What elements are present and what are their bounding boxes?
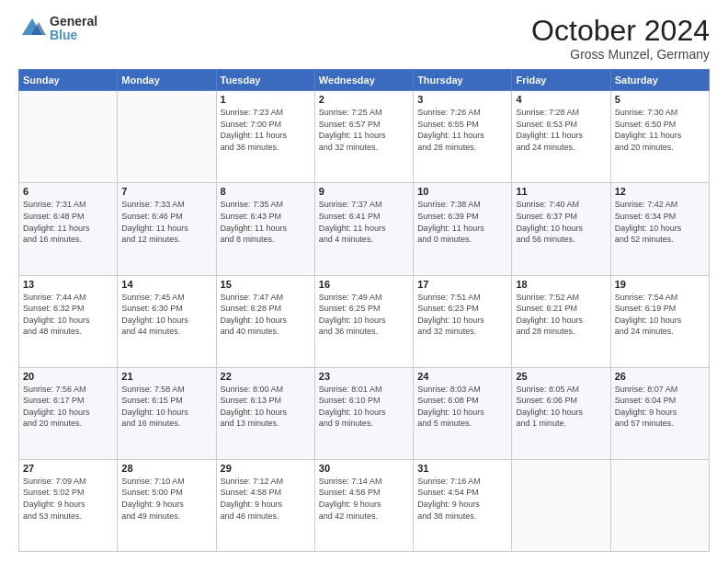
day-info: Sunrise: 8:00 AM Sunset: 6:13 PM Dayligh… [221,384,311,430]
header-friday: Friday [512,70,610,91]
day-info: Sunrise: 7:28 AM Sunset: 6:53 PM Dayligh… [516,107,606,153]
day-cell-0-1 [118,91,216,183]
header-saturday: Saturday [610,70,709,91]
day-info: Sunrise: 7:54 AM Sunset: 6:19 PM Dayligh… [615,292,705,338]
day-info: Sunrise: 7:16 AM Sunset: 4:54 PM Dayligh… [417,476,507,522]
day-number: 5 [615,94,705,105]
calendar-title: October 2024 [531,15,710,47]
day-cell-4-5 [512,459,610,551]
day-cell-3-1: 21Sunrise: 7:58 AM Sunset: 6:15 PM Dayli… [118,367,216,459]
day-cell-1-1: 7Sunrise: 7:33 AM Sunset: 6:46 PM Daylig… [118,183,216,275]
day-info: Sunrise: 7:44 AM Sunset: 6:32 PM Dayligh… [23,292,113,338]
day-info: Sunrise: 7:40 AM Sunset: 6:37 PM Dayligh… [516,199,606,245]
day-cell-1-6: 12Sunrise: 7:42 AM Sunset: 6:34 PM Dayli… [610,183,709,275]
day-info: Sunrise: 8:05 AM Sunset: 6:06 PM Dayligh… [516,384,606,430]
day-number: 19 [615,279,705,290]
day-cell-2-3: 16Sunrise: 7:49 AM Sunset: 6:25 PM Dayli… [314,275,413,367]
day-info: Sunrise: 7:56 AM Sunset: 6:17 PM Dayligh… [23,384,113,430]
day-cell-0-0 [19,91,118,183]
day-cell-2-4: 17Sunrise: 7:51 AM Sunset: 6:23 PM Dayli… [414,275,512,367]
day-info: Sunrise: 7:58 AM Sunset: 6:15 PM Dayligh… [121,384,211,430]
day-number: 7 [121,186,211,197]
day-info: Sunrise: 7:30 AM Sunset: 6:50 PM Dayligh… [615,107,705,153]
day-number: 27 [23,463,113,474]
header-thursday: Thursday [414,70,512,91]
day-cell-3-6: 26Sunrise: 8:07 AM Sunset: 6:04 PM Dayli… [610,367,709,459]
day-cell-3-2: 22Sunrise: 8:00 AM Sunset: 6:13 PM Dayli… [216,367,314,459]
day-cell-4-3: 30Sunrise: 7:14 AM Sunset: 4:56 PM Dayli… [314,459,413,551]
day-info: Sunrise: 7:37 AM Sunset: 6:41 PM Dayligh… [319,199,409,245]
day-number: 3 [417,94,507,105]
day-number: 25 [516,371,606,382]
day-number: 17 [417,279,507,290]
day-cell-1-2: 8Sunrise: 7:35 AM Sunset: 6:43 PM Daylig… [216,183,314,275]
day-cell-1-5: 11Sunrise: 7:40 AM Sunset: 6:37 PM Dayli… [512,183,610,275]
day-cell-2-6: 19Sunrise: 7:54 AM Sunset: 6:19 PM Dayli… [610,275,709,367]
day-info: Sunrise: 7:33 AM Sunset: 6:46 PM Dayligh… [121,199,211,245]
day-number: 22 [221,371,311,382]
day-number: 6 [23,186,113,197]
day-info: Sunrise: 7:26 AM Sunset: 6:55 PM Dayligh… [417,107,507,153]
week-row-1: 6Sunrise: 7:31 AM Sunset: 6:48 PM Daylig… [19,183,710,275]
day-info: Sunrise: 7:35 AM Sunset: 6:43 PM Dayligh… [221,199,311,245]
day-number: 30 [319,463,409,474]
day-number: 9 [319,186,409,197]
day-info: Sunrise: 8:03 AM Sunset: 6:08 PM Dayligh… [417,384,507,430]
day-number: 31 [417,463,507,474]
calendar-table: Sunday Monday Tuesday Wednesday Thursday… [18,69,710,552]
header-monday: Monday [118,70,216,91]
day-number: 10 [417,186,507,197]
day-info: Sunrise: 7:10 AM Sunset: 5:00 PM Dayligh… [121,476,211,522]
logo-general-text: General [50,15,97,29]
day-cell-2-5: 18Sunrise: 7:52 AM Sunset: 6:21 PM Dayli… [512,275,610,367]
day-number: 29 [221,463,311,474]
day-info: Sunrise: 7:23 AM Sunset: 7:00 PM Dayligh… [221,107,311,153]
logo: General Blue [18,15,97,43]
day-number: 2 [319,94,409,105]
logo-blue-text: Blue [50,29,97,42]
header-sunday: Sunday [19,70,118,91]
day-number: 16 [319,279,409,290]
day-cell-4-4: 31Sunrise: 7:16 AM Sunset: 4:54 PM Dayli… [414,459,512,551]
week-row-4: 27Sunrise: 7:09 AM Sunset: 5:02 PM Dayli… [19,459,710,551]
day-cell-0-4: 3Sunrise: 7:26 AM Sunset: 6:55 PM Daylig… [414,91,512,183]
day-info: Sunrise: 7:12 AM Sunset: 4:58 PM Dayligh… [221,476,311,522]
day-cell-3-4: 24Sunrise: 8:03 AM Sunset: 6:08 PM Dayli… [414,367,512,459]
day-number: 14 [121,279,211,290]
day-cell-3-3: 23Sunrise: 8:01 AM Sunset: 6:10 PM Dayli… [314,367,413,459]
day-info: Sunrise: 7:14 AM Sunset: 4:56 PM Dayligh… [319,476,409,522]
day-info: Sunrise: 7:25 AM Sunset: 6:57 PM Dayligh… [319,107,409,153]
header-wednesday: Wednesday [314,70,413,91]
day-number: 4 [516,94,606,105]
day-number: 8 [221,186,311,197]
day-number: 18 [516,279,606,290]
calendar-location: Gross Munzel, Germany [531,47,710,62]
day-cell-4-1: 28Sunrise: 7:10 AM Sunset: 5:00 PM Dayli… [118,459,216,551]
page: General Blue October 2024 Gross Munzel, … [0,0,728,563]
day-number: 23 [319,371,409,382]
day-cell-1-0: 6Sunrise: 7:31 AM Sunset: 6:48 PM Daylig… [19,183,118,275]
week-row-3: 20Sunrise: 7:56 AM Sunset: 6:17 PM Dayli… [19,367,710,459]
day-info: Sunrise: 7:38 AM Sunset: 6:39 PM Dayligh… [417,199,507,245]
day-cell-2-0: 13Sunrise: 7:44 AM Sunset: 6:32 PM Dayli… [19,275,118,367]
day-info: Sunrise: 7:47 AM Sunset: 6:28 PM Dayligh… [221,292,311,338]
day-info: Sunrise: 7:42 AM Sunset: 6:34 PM Dayligh… [615,199,705,245]
day-cell-0-5: 4Sunrise: 7:28 AM Sunset: 6:53 PM Daylig… [512,91,610,183]
day-cell-0-3: 2Sunrise: 7:25 AM Sunset: 6:57 PM Daylig… [314,91,413,183]
day-cell-2-1: 14Sunrise: 7:45 AM Sunset: 6:30 PM Dayli… [118,275,216,367]
header: General Blue October 2024 Gross Munzel, … [18,15,710,62]
day-number: 11 [516,186,606,197]
day-info: Sunrise: 7:31 AM Sunset: 6:48 PM Dayligh… [23,199,113,245]
day-number: 1 [221,94,311,105]
day-info: Sunrise: 8:01 AM Sunset: 6:10 PM Dayligh… [319,384,409,430]
day-cell-4-2: 29Sunrise: 7:12 AM Sunset: 4:58 PM Dayli… [216,459,314,551]
day-info: Sunrise: 7:09 AM Sunset: 5:02 PM Dayligh… [23,476,113,522]
day-number: 20 [23,371,113,382]
day-cell-2-2: 15Sunrise: 7:47 AM Sunset: 6:28 PM Dayli… [216,275,314,367]
day-number: 28 [121,463,211,474]
day-info: Sunrise: 7:52 AM Sunset: 6:21 PM Dayligh… [516,292,606,338]
day-number: 21 [121,371,211,382]
logo-icon [18,15,46,42]
day-number: 15 [221,279,311,290]
day-cell-0-2: 1Sunrise: 7:23 AM Sunset: 7:00 PM Daylig… [216,91,314,183]
